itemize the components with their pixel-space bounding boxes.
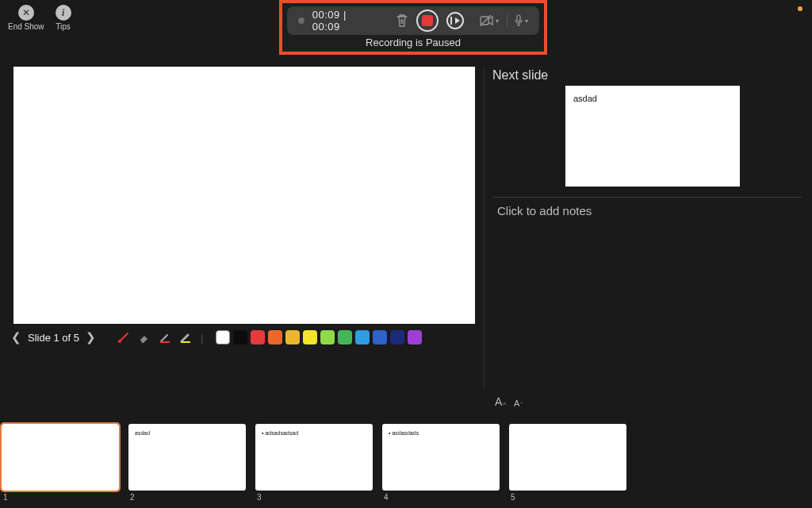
record-indicator-icon (298, 17, 304, 24)
next-slide-label: Next slide (492, 68, 548, 83)
close-icon: ✕ (18, 5, 34, 21)
svg-point-3 (118, 340, 121, 343)
svg-rect-5 (181, 341, 190, 343)
color-swatch[interactable] (338, 330, 352, 344)
slide-thumbnail[interactable] (2, 424, 119, 491)
svg-rect-2 (517, 15, 520, 21)
color-swatch[interactable] (320, 330, 335, 344)
thumbnail-number: 5 (511, 493, 626, 502)
presenter-notes-area[interactable]: Click to add notes (492, 197, 802, 217)
decrease-font-button[interactable]: Aˇ (514, 395, 523, 408)
color-swatch[interactable] (355, 330, 370, 344)
end-show-label: End Show (8, 22, 44, 31)
tips-button[interactable]: i Tips (56, 5, 71, 31)
slide-controls: ❮ Slide 1 of 5 ❯ | (11, 330, 422, 344)
prev-slide-button[interactable]: ❮ (11, 330, 21, 344)
svg-rect-0 (481, 17, 488, 25)
pen-red-tool[interactable] (158, 330, 172, 344)
chevron-down-icon: ▾ (525, 17, 528, 25)
info-icon: i (56, 5, 71, 21)
highlighter-tool[interactable] (178, 330, 193, 344)
color-swatch[interactable] (268, 330, 282, 344)
slide-thumbnail[interactable]: • adsadsadsad (255, 424, 373, 491)
thumbnail-number: 1 (3, 493, 119, 502)
end-show-button[interactable]: ✕ End Show (8, 5, 44, 31)
color-swatch[interactable] (233, 330, 247, 344)
color-swatch[interactable] (285, 330, 300, 344)
trash-icon (396, 13, 408, 28)
thumbnail-number: 3 (257, 493, 373, 502)
mic-toggle-button[interactable]: ▾ (507, 14, 528, 27)
system-indicator-dot (798, 6, 802, 11)
color-swatch[interactable] (216, 330, 230, 344)
slide-thumbnails: 1asdad2• adsadsadsad3• asdasdads45 (2, 424, 626, 502)
slide-thumbnail[interactable]: • asdasdads (382, 424, 500, 491)
eraser-tool[interactable] (137, 330, 151, 344)
slide-counter: Slide 1 of 5 (28, 332, 79, 344)
chevron-up-icon: ^ (503, 401, 506, 408)
color-swatch[interactable] (390, 330, 404, 344)
microphone-icon (514, 14, 523, 27)
next-slide-text: asdad (573, 94, 597, 103)
stop-icon (422, 15, 433, 26)
thumbnail-number: 4 (384, 493, 500, 502)
color-swatch[interactable] (251, 330, 265, 344)
notes-placeholder: Click to add notes (497, 204, 802, 217)
increase-font-button[interactable]: A^ (495, 395, 506, 408)
recording-status: Recording is Paused (282, 35, 544, 52)
next-slide-preview[interactable]: asdad (565, 86, 740, 187)
tips-label: Tips (56, 22, 71, 31)
color-swatch[interactable] (303, 330, 317, 344)
play-pause-icon (446, 12, 464, 29)
svg-rect-4 (160, 341, 170, 343)
color-swatch[interactable] (408, 330, 422, 344)
pause-resume-button[interactable] (446, 12, 464, 29)
panel-divider (484, 67, 485, 389)
color-swatch[interactable] (373, 330, 387, 344)
recording-time: 00:09 | 00:09 (312, 9, 375, 33)
recording-panel: 00:09 | 00:09 (279, 0, 547, 55)
delete-recording-button[interactable] (396, 13, 408, 28)
thumbnail-number: 2 (130, 493, 246, 502)
stop-recording-button[interactable] (416, 10, 439, 32)
next-slide-button[interactable]: ❯ (86, 330, 96, 344)
current-slide-canvas[interactable] (13, 67, 475, 324)
camera-toggle-button[interactable]: ▾ (480, 15, 499, 26)
slide-thumbnail[interactable] (509, 424, 626, 491)
camera-off-icon (480, 15, 494, 26)
slide-thumbnail[interactable]: asdad (128, 424, 246, 491)
chevron-down-icon: ˇ (520, 401, 523, 408)
chevron-down-icon: ▾ (496, 17, 499, 25)
laser-pointer-tool[interactable] (117, 330, 131, 344)
